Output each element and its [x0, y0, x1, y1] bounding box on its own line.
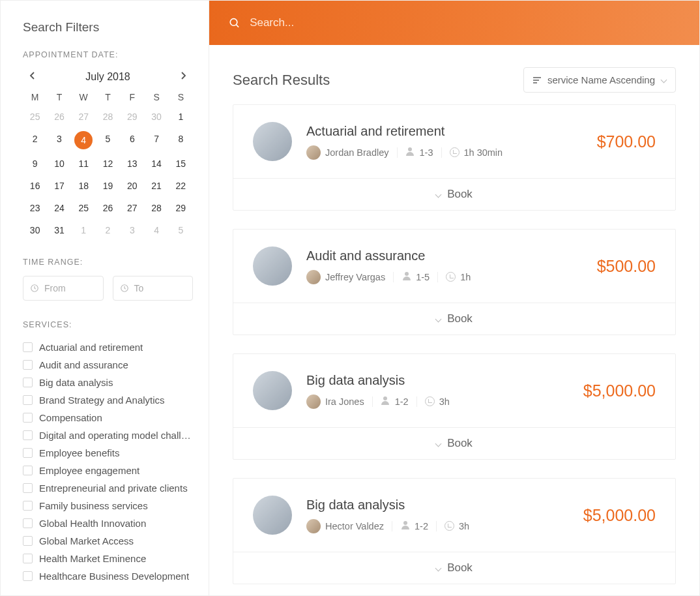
- calendar-day[interactable]: 20: [120, 178, 144, 194]
- calendar-day[interactable]: 29: [120, 109, 144, 125]
- person-icon: [400, 521, 410, 531]
- calendar-day[interactable]: 2: [23, 131, 47, 149]
- book-button[interactable]: Book: [233, 427, 675, 459]
- calendar-next-button[interactable]: [176, 68, 190, 85]
- service-filter-item[interactable]: Healthcare Business Development: [23, 567, 193, 585]
- calendar-day[interactable]: 10: [47, 156, 71, 171]
- service-filter-label: Health Market Eminence: [39, 553, 146, 564]
- calendar-day[interactable]: 27: [120, 200, 144, 216]
- checkbox[interactable]: [23, 413, 33, 423]
- checkbox[interactable]: [23, 342, 33, 352]
- calendar-day[interactable]: 12: [96, 156, 120, 171]
- calendar-dow: S: [169, 92, 193, 102]
- checkbox[interactable]: [23, 395, 33, 405]
- service-filter-label: Entrepreneurial and private clients: [39, 483, 188, 494]
- service-filter-item[interactable]: Employee benefits: [23, 444, 193, 462]
- calendar-day[interactable]: 3: [120, 222, 144, 238]
- book-button[interactable]: Book: [233, 303, 675, 335]
- checkbox[interactable]: [23, 571, 33, 581]
- provider-name: Jeffrey Vargas: [325, 272, 385, 282]
- chevron-right-icon: [180, 71, 186, 80]
- calendar-day[interactable]: 26: [47, 109, 71, 125]
- calendar-day[interactable]: 9: [23, 156, 47, 171]
- time-to-input[interactable]: To: [113, 276, 194, 301]
- calendar-day[interactable]: 2: [96, 222, 120, 238]
- service-filter-label: Employee benefits: [39, 447, 119, 458]
- checkbox[interactable]: [23, 448, 33, 458]
- calendar-dow: T: [47, 92, 71, 102]
- calendar-prev-button[interactable]: [25, 68, 40, 85]
- calendar-day[interactable]: 30: [23, 222, 47, 238]
- service-filter-item[interactable]: Compensation: [23, 409, 193, 426]
- calendar-day[interactable]: 4: [144, 222, 168, 238]
- service-filter-item[interactable]: Entrepreneurial and private clients: [23, 479, 193, 497]
- calendar-day[interactable]: 6: [120, 131, 144, 149]
- calendar-day[interactable]: 25: [72, 200, 96, 216]
- service-filter-item[interactable]: Health Market Eminence: [23, 550, 193, 567]
- person-icon: [381, 396, 390, 406]
- service-filter-label: Big data analysis: [39, 377, 113, 388]
- duration: 3h: [439, 396, 450, 407]
- checkbox[interactable]: [23, 360, 33, 370]
- checkbox[interactable]: [23, 378, 33, 387]
- calendar-day[interactable]: 13: [120, 156, 144, 171]
- service-filter-item[interactable]: Actuarial and retirement: [23, 338, 193, 356]
- calendar-day[interactable]: 27: [72, 109, 96, 125]
- calendar-day[interactable]: 19: [96, 178, 120, 194]
- services-label: SERVICES:: [23, 320, 193, 329]
- checkbox[interactable]: [23, 483, 33, 493]
- calendar-day[interactable]: 24: [47, 200, 71, 216]
- service-filter-item[interactable]: Audit and assurance: [23, 356, 193, 374]
- checkbox[interactable]: [23, 518, 33, 528]
- calendar-day[interactable]: 5: [169, 222, 193, 238]
- provider-avatar: [306, 145, 321, 160]
- calendar-day[interactable]: 31: [47, 222, 71, 238]
- results-list: Actuarial and retirementJordan Bradley1-…: [209, 104, 699, 595]
- service-filter-item[interactable]: Global Market Access: [23, 532, 193, 550]
- search-input[interactable]: [250, 16, 680, 29]
- calendar-day[interactable]: 14: [144, 156, 168, 171]
- checkbox[interactable]: [23, 466, 33, 475]
- calendar-day[interactable]: 5: [96, 131, 120, 149]
- checkbox[interactable]: [23, 536, 33, 546]
- checkbox[interactable]: [23, 554, 33, 563]
- calendar-day[interactable]: 18: [72, 178, 96, 194]
- calendar-day[interactable]: 23: [23, 200, 47, 216]
- calendar-day[interactable]: 1: [72, 222, 96, 238]
- calendar-day[interactable]: 28: [96, 109, 120, 125]
- calendar-day[interactable]: 15: [169, 156, 193, 171]
- calendar-day[interactable]: 25: [23, 109, 47, 125]
- service-filter-item[interactable]: Big data analysis: [23, 374, 193, 391]
- calendar-day[interactable]: 17: [47, 178, 71, 194]
- calendar-day[interactable]: 16: [23, 178, 47, 194]
- price: $5,000.00: [583, 506, 656, 525]
- sort-dropdown[interactable]: service Name Ascending: [523, 67, 676, 93]
- calendar-day[interactable]: 29: [169, 200, 193, 216]
- calendar-day[interactable]: 8: [169, 131, 193, 149]
- book-button[interactable]: Book: [233, 178, 675, 210]
- service-filter-item[interactable]: Global Health Innovation: [23, 514, 193, 532]
- calendar-day[interactable]: 11: [72, 156, 96, 171]
- calendar-day[interactable]: 30: [144, 109, 168, 125]
- calendar-day[interactable]: 21: [144, 178, 168, 194]
- calendar-day[interactable]: 28: [144, 200, 168, 216]
- service-filter-item[interactable]: Employee engagement: [23, 462, 193, 479]
- sidebar-title: Search Filters: [23, 20, 193, 35]
- calendar-day[interactable]: 1: [169, 109, 193, 125]
- service-filter-label: Audit and assurance: [39, 359, 128, 370]
- service-filter-item[interactable]: Digital and operating model challen…: [23, 426, 193, 444]
- service-title: Big data analysis: [306, 498, 569, 513]
- service-filter-item[interactable]: Family business services: [23, 497, 193, 514]
- book-button[interactable]: Book: [233, 552, 675, 584]
- checkbox[interactable]: [23, 430, 33, 440]
- time-from-input[interactable]: From: [23, 276, 104, 301]
- service-filter-item[interactable]: Brand Strategy and Analytics: [23, 391, 193, 409]
- calendar-day[interactable]: 26: [96, 200, 120, 216]
- calendar-day[interactable]: 3: [47, 131, 71, 149]
- calendar-day[interactable]: 7: [144, 131, 168, 149]
- calendar-day[interactable]: 22: [169, 178, 193, 194]
- checkbox[interactable]: [23, 501, 33, 511]
- calendar-dow: S: [144, 92, 168, 102]
- capacity: 1-5: [416, 272, 430, 282]
- calendar-day[interactable]: 4: [74, 131, 93, 149]
